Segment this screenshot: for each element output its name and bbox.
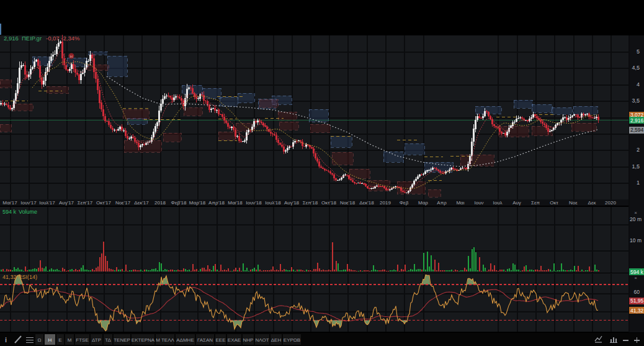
svg-text:ΓΑΣΑΝ: ΓΑΣΑΝ xyxy=(197,337,213,343)
svg-text:3,5: 3,5 xyxy=(632,98,640,104)
svg-text:Ιουλ'17: Ιουλ'17 xyxy=(39,200,55,206)
svg-text:ΝΗΡ: ΝΗΡ xyxy=(243,337,254,343)
svg-text:ΕΕΕ: ΕΕΕ xyxy=(215,337,225,343)
svg-text:Μαρ'18: Μαρ'18 xyxy=(189,200,206,206)
svg-text:Volume: Volume xyxy=(19,209,37,215)
svg-text:5: 5 xyxy=(637,48,640,55)
svg-text:Η: Η xyxy=(48,337,52,343)
svg-text:Νοε: Νοε xyxy=(569,200,578,206)
svg-text:i: i xyxy=(5,336,7,344)
svg-text:594 k: 594 k xyxy=(2,209,17,215)
svg-text:41,32: 41,32 xyxy=(630,307,644,314)
svg-text:ΕΧΑΕ: ΕΧΑΕ xyxy=(228,337,241,343)
svg-text:Δεκ: Δεκ xyxy=(588,200,597,206)
svg-text:×: × xyxy=(634,275,637,281)
svg-text:2,916: 2,916 xyxy=(630,117,644,124)
svg-text:1,5: 1,5 xyxy=(632,163,640,170)
svg-text:FTSE: FTSE xyxy=(76,337,88,343)
svg-text:ΕΚΤΕΡΝΑ: ΕΚΤΕΡΝΑ xyxy=(132,337,155,343)
svg-text:594 k: 594 k xyxy=(630,269,644,275)
svg-text:Νοε'18: Νοε'18 xyxy=(340,200,356,206)
svg-text:Μ: Μ xyxy=(68,337,72,343)
svg-text:-0,07 -2,34%: -0,07 -2,34% xyxy=(46,35,80,42)
svg-text:2019: 2019 xyxy=(380,200,391,206)
svg-text:2,916: 2,916 xyxy=(4,35,19,42)
svg-text:ΤΔ: ΤΔ xyxy=(105,337,111,343)
svg-text:4,5: 4,5 xyxy=(632,65,640,71)
svg-text:Μαρ: Μαρ xyxy=(418,200,428,206)
svg-text:Απρ'18: Απρ'18 xyxy=(208,200,225,206)
svg-text:ΠΕΙΡ.gr: ΠΕΙΡ.gr xyxy=(22,35,42,42)
svg-text:ΕΥΡΩΒ: ΕΥΡΩΒ xyxy=(284,337,300,343)
svg-text:Σεπ'17: Σεπ'17 xyxy=(78,200,93,206)
svg-text:Φεβ: Φεβ xyxy=(400,200,409,206)
svg-text:20 m: 20 m xyxy=(630,216,642,222)
svg-text:Αυγ: Αυγ xyxy=(512,200,521,206)
svg-text:Μ ΤΕΛΛ: Μ ΤΕΛΛ xyxy=(156,337,174,343)
svg-text:2020: 2020 xyxy=(605,200,616,206)
svg-text:Ιουν: Ιουν xyxy=(474,200,483,206)
svg-text:ΔΤΡ: ΔΤΡ xyxy=(92,337,101,343)
svg-text:60: 60 xyxy=(634,289,640,295)
svg-text:Μαι'18: Μαι'18 xyxy=(228,200,243,206)
svg-text:ΔΕΗ: ΔΕΗ xyxy=(271,337,282,343)
svg-text:Αυγ'18: Αυγ'18 xyxy=(284,200,300,206)
svg-text:Οκτ'18: Οκτ'18 xyxy=(321,200,336,206)
svg-text:41,32 RSI(14): 41,32 RSI(14) xyxy=(2,274,37,280)
svg-text:Οκτ: Οκτ xyxy=(550,200,558,206)
svg-text:10 m: 10 m xyxy=(630,237,642,244)
svg-text:51,95: 51,95 xyxy=(630,298,644,304)
svg-text:2: 2 xyxy=(637,147,640,153)
svg-text:Ιουν'17: Ιουν'17 xyxy=(20,200,37,206)
svg-text:Δεκ'17: Δεκ'17 xyxy=(134,200,149,206)
svg-text:Μαι'17: Μαι'17 xyxy=(2,200,17,206)
svg-text:H: H xyxy=(70,55,73,58)
svg-text:Αυγ'17: Αυγ'17 xyxy=(59,200,74,206)
svg-text:1: 1 xyxy=(637,180,640,186)
svg-text:ΑΔΜΗΕ: ΑΔΜΗΕ xyxy=(176,337,194,343)
svg-text:Νοε'17: Νοε'17 xyxy=(115,200,131,206)
svg-text:4: 4 xyxy=(637,81,640,88)
svg-text:2,594: 2,594 xyxy=(630,127,644,133)
svg-text:Απρ: Απρ xyxy=(437,200,447,206)
svg-text:2018: 2018 xyxy=(154,200,166,206)
svg-text:Σεπ'18: Σεπ'18 xyxy=(303,200,318,206)
svg-text:Ε: Ε xyxy=(58,337,61,343)
svg-text:ΤΕΝΕΡ: ΤΕΝΕΡ xyxy=(114,337,130,343)
svg-text:Ιουν'18: Ιουν'18 xyxy=(246,200,262,206)
svg-text:×: × xyxy=(634,210,637,216)
svg-text:Ω: Ω xyxy=(38,337,42,343)
svg-text:Δεκ'18: Δεκ'18 xyxy=(359,200,374,206)
svg-text:Σεπ: Σεπ xyxy=(531,200,540,206)
svg-text:Οκτ'17: Οκτ'17 xyxy=(96,200,111,206)
svg-text:Ιουλ: Ιουλ xyxy=(493,200,502,206)
svg-text:ΝΛΟΤ: ΝΛΟΤ xyxy=(255,337,269,343)
svg-text:Μαι: Μαι xyxy=(456,200,464,206)
svg-text:Ιουλ'18: Ιουλ'18 xyxy=(265,200,281,206)
svg-text:Φεβ'18: Φεβ'18 xyxy=(171,200,187,206)
